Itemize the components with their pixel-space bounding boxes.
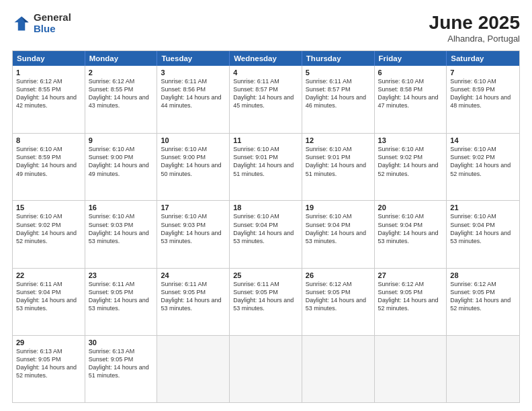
day-number-5: 5 xyxy=(306,68,371,77)
day-18: 18 Sunrise: 6:10 AM Sunset: 9:04 PM Dayl… xyxy=(230,201,302,267)
day-19: 19 Sunrise: 6:10 AM Sunset: 9:04 PM Dayl… xyxy=(302,201,375,267)
day-2: 2 Sunrise: 6:12 AM Sunset: 8:55 PM Dayli… xyxy=(85,66,158,133)
header-tuesday: Tuesday xyxy=(157,51,230,66)
day-29: 29 Sunrise: 6:13 AM Sunset: 9:05 PM Dayl… xyxy=(13,336,85,402)
week-row-1: 1 Sunrise: 6:12 AM Sunset: 8:55 PM Dayli… xyxy=(13,66,519,133)
logo-text: General Blue xyxy=(34,12,71,34)
day-number-2: 2 xyxy=(89,68,154,77)
day-28: 28 Sunrise: 6:12 AM Sunset: 9:05 PM Dayl… xyxy=(447,269,519,335)
week-row-2: 8 Sunrise: 6:10 AM Sunset: 8:59 PM Dayli… xyxy=(13,133,519,200)
empty-cell-2 xyxy=(230,336,302,402)
header-sunday: Sunday xyxy=(13,51,85,66)
day-7: 7 Sunrise: 6:10 AM Sunset: 8:59 PM Dayli… xyxy=(447,66,519,133)
day-14: 14 Sunrise: 6:10 AM Sunset: 9:02 PM Dayl… xyxy=(447,134,519,200)
svg-marker-0 xyxy=(15,16,29,30)
calendar: Sunday Monday Tuesday Wednesday Thursday… xyxy=(12,50,520,403)
logo-general-text: General xyxy=(34,12,71,24)
day-5: 5 Sunrise: 6:11 AM Sunset: 8:57 PM Dayli… xyxy=(302,66,375,133)
day-info-1: Sunrise: 6:12 AM Sunset: 8:55 PM Dayligh… xyxy=(16,77,81,110)
week-row-3: 15 Sunrise: 6:10 AM Sunset: 9:02 PM Dayl… xyxy=(13,200,519,267)
day-16: 16 Sunrise: 6:10 AM Sunset: 9:03 PM Dayl… xyxy=(85,201,158,267)
empty-cell-1 xyxy=(157,336,230,402)
day-30: 30 Sunrise: 6:13 AM Sunset: 9:05 PM Dayl… xyxy=(85,336,158,402)
page: General Blue June 2025 Alhandra, Portuga… xyxy=(0,0,532,411)
header: General Blue June 2025 Alhandra, Portuga… xyxy=(12,12,520,44)
month-title: June 2025 xyxy=(429,12,520,34)
day-8: 8 Sunrise: 6:10 AM Sunset: 8:59 PM Dayli… xyxy=(13,134,85,200)
day-1: 1 Sunrise: 6:12 AM Sunset: 8:55 PM Dayli… xyxy=(13,66,85,133)
empty-cell-5 xyxy=(447,336,519,402)
logo: General Blue xyxy=(12,12,71,34)
header-thursday: Thursday xyxy=(302,51,375,66)
day-27: 27 Sunrise: 6:12 AM Sunset: 9:05 PM Dayl… xyxy=(375,269,447,335)
header-monday: Monday xyxy=(85,51,158,66)
day-info-6: Sunrise: 6:10 AM Sunset: 8:58 PM Dayligh… xyxy=(378,77,443,110)
header-wednesday: Wednesday xyxy=(230,51,302,66)
day-12: 12 Sunrise: 6:10 AM Sunset: 9:01 PM Dayl… xyxy=(302,134,375,200)
day-23: 23 Sunrise: 6:11 AM Sunset: 9:05 PM Dayl… xyxy=(85,269,158,335)
day-info-3: Sunrise: 6:11 AM Sunset: 8:56 PM Dayligh… xyxy=(161,77,226,110)
day-24: 24 Sunrise: 6:11 AM Sunset: 9:05 PM Dayl… xyxy=(157,269,230,335)
day-22: 22 Sunrise: 6:11 AM Sunset: 9:04 PM Dayl… xyxy=(13,269,85,335)
day-info-5: Sunrise: 6:11 AM Sunset: 8:57 PM Dayligh… xyxy=(306,77,371,110)
day-info-7: Sunrise: 6:10 AM Sunset: 8:59 PM Dayligh… xyxy=(450,77,516,110)
empty-cell-3 xyxy=(302,336,375,402)
day-26: 26 Sunrise: 6:12 AM Sunset: 9:05 PM Dayl… xyxy=(302,269,375,335)
day-20: 20 Sunrise: 6:10 AM Sunset: 9:04 PM Dayl… xyxy=(375,201,447,267)
logo-icon xyxy=(12,14,31,33)
day-6: 6 Sunrise: 6:10 AM Sunset: 8:58 PM Dayli… xyxy=(375,66,447,133)
empty-cell-4 xyxy=(375,336,447,402)
header-friday: Friday xyxy=(375,51,447,66)
day-25: 25 Sunrise: 6:11 AM Sunset: 9:05 PM Dayl… xyxy=(230,269,302,335)
week-row-4: 22 Sunrise: 6:11 AM Sunset: 9:04 PM Dayl… xyxy=(13,268,519,335)
day-4: 4 Sunrise: 6:11 AM Sunset: 8:57 PM Dayli… xyxy=(230,66,302,133)
day-17: 17 Sunrise: 6:10 AM Sunset: 9:03 PM Dayl… xyxy=(157,201,230,267)
title-block: June 2025 Alhandra, Portugal xyxy=(429,12,520,44)
day-number-7: 7 xyxy=(450,68,516,77)
day-13: 13 Sunrise: 6:10 AM Sunset: 9:02 PM Dayl… xyxy=(375,134,447,200)
day-number-6: 6 xyxy=(378,68,443,77)
logo-blue-text: Blue xyxy=(34,24,71,35)
day-3: 3 Sunrise: 6:11 AM Sunset: 8:56 PM Dayli… xyxy=(157,66,230,133)
day-number-4: 4 xyxy=(233,68,298,77)
day-11: 11 Sunrise: 6:10 AM Sunset: 9:01 PM Dayl… xyxy=(230,134,302,200)
location: Alhandra, Portugal xyxy=(429,34,520,44)
header-saturday: Saturday xyxy=(447,51,519,66)
day-15: 15 Sunrise: 6:10 AM Sunset: 9:02 PM Dayl… xyxy=(13,201,85,267)
calendar-header: Sunday Monday Tuesday Wednesday Thursday… xyxy=(13,51,519,66)
day-10: 10 Sunrise: 6:10 AM Sunset: 9:00 PM Dayl… xyxy=(157,134,230,200)
day-number-3: 3 xyxy=(161,68,226,77)
day-9: 9 Sunrise: 6:10 AM Sunset: 9:00 PM Dayli… xyxy=(85,134,158,200)
day-21: 21 Sunrise: 6:10 AM Sunset: 9:04 PM Dayl… xyxy=(447,201,519,267)
day-info-2: Sunrise: 6:12 AM Sunset: 8:55 PM Dayligh… xyxy=(89,77,154,110)
day-info-4: Sunrise: 6:11 AM Sunset: 8:57 PM Dayligh… xyxy=(233,77,298,110)
calendar-body: 1 Sunrise: 6:12 AM Sunset: 8:55 PM Dayli… xyxy=(13,66,519,402)
week-row-5: 29 Sunrise: 6:13 AM Sunset: 9:05 PM Dayl… xyxy=(13,335,519,402)
day-number-1: 1 xyxy=(16,68,81,77)
